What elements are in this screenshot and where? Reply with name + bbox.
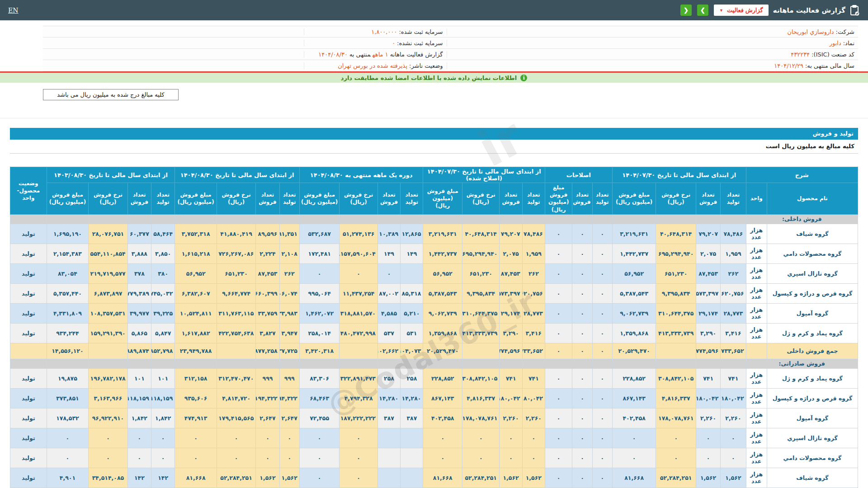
value-cell: ۳۹,۲۲۵	[151, 303, 175, 323]
value-cell: ۹,۳۹۵,۸۳۴	[462, 283, 499, 303]
value-cell: ۲۸,۷۷۳	[721, 303, 746, 323]
value-cell: ۲,۲۶۰	[696, 408, 720, 428]
value-cell: ۰	[127, 448, 151, 468]
section-filler-cell	[217, 214, 255, 224]
value-cell: ۷۳۳,۶۵۲	[522, 343, 545, 359]
unit-header: واحد	[746, 183, 767, 215]
report-type-dropdown[interactable]: گزارش فعالیت ▼	[714, 5, 769, 16]
value-cell: ۱۹۴,۳۲۲	[279, 388, 299, 408]
group-header: دوره یک ماهه منتهی به ۱۴۰۴/۰۸/۳۰	[299, 167, 423, 183]
value-cell: ۰	[545, 408, 572, 428]
section-filler-cell	[545, 214, 572, 224]
section-filler-cell	[340, 359, 377, 368]
section-filler-cell	[612, 359, 656, 368]
amounts-box-wrap: کلیه مبالغ درج شده به میلیون ریال می باش…	[0, 89, 868, 101]
field-label: سرمایه ثبت نشده:	[397, 40, 443, 47]
unregistered-capital-field: سرمایه ثبت نشده:۰	[304, 40, 447, 47]
section-filler-cell	[47, 214, 89, 224]
value-cell: ۳۷۸	[127, 263, 151, 283]
language-switch-link[interactable]: EN	[8, 7, 18, 14]
value-cell: ۶۲۰,۷۵۶	[522, 283, 545, 303]
data-row: گروه محصولات داميهزار عدد۰۰۰۰۰۰۰۰۰۰۰۰۰۰۰…	[10, 448, 858, 468]
value-cell: ۳,۴۲۰,۳۱۸	[299, 343, 340, 359]
value-cell: ۷۳۳,۶۵۲	[721, 343, 746, 359]
next-report-button[interactable]: ❯	[697, 5, 708, 16]
value-cell: ۰	[299, 468, 340, 488]
value-cell: ۰	[279, 448, 299, 468]
value-cell: ۰	[572, 343, 592, 359]
value-cell: ۷۸,۴۸۶	[522, 224, 545, 244]
value-cell: ۱۷۹,۴۱۵,۵۶۵	[217, 408, 255, 428]
value-cell: ۰	[545, 343, 572, 359]
unit-cell: هزار عدد	[746, 388, 767, 408]
value-cell: ۴۲۲,۷۵۴,۶۳۸	[217, 323, 255, 343]
value-cell: ۰	[340, 448, 377, 468]
value-cell: ۵۸,۴۶۴	[151, 224, 175, 244]
column-header: نرخ فروش (ریال)	[340, 183, 377, 215]
value-cell: ۱۸۷,۲۲۲,۲۲۲	[340, 408, 377, 428]
value-cell: ۴,۷۹۴,۳۲۸	[340, 388, 377, 408]
value-cell: ۵۱,۲۷۴,۱۳۶	[340, 224, 377, 244]
section-filler-cell	[462, 214, 499, 224]
value-cell: ۳,۸۵۰	[151, 244, 175, 263]
value-cell: ۷۹,۲۰۷	[500, 224, 522, 244]
product-name-cell: گروه شیاف	[767, 468, 858, 488]
value-cell: ۰	[545, 368, 572, 388]
value-cell: ۸۷,۴۵۳	[696, 263, 720, 283]
section-filler-cell	[721, 359, 746, 368]
value-cell: ۰	[89, 448, 127, 468]
value-cell: ۰	[572, 428, 592, 448]
section-filler-cell	[151, 214, 175, 224]
section-filler-cell	[256, 359, 279, 368]
group-header: از ابتدای سال مالی تا تاریخ ۱۴۰۴/۰۷/۳۰ (…	[423, 167, 545, 183]
data-row: گروه نازال اسپريهزار عدد۰۰۰۰۰۰۰۰۰۰۰۰۰۰۰۰…	[10, 428, 858, 448]
value-cell	[217, 343, 255, 359]
value-cell	[401, 428, 423, 448]
status-cell: تولید	[10, 263, 47, 283]
value-cell: ۵۲,۲۸۴,۲۵۱	[656, 468, 696, 488]
previous-report-button[interactable]: ❮	[680, 5, 692, 16]
value-cell: ۰	[592, 368, 612, 388]
value-cell: ۵۶,۹۵۲	[423, 263, 462, 283]
value-cell: ۰	[175, 428, 217, 448]
value-cell: ۲,۲۶۰	[500, 408, 522, 428]
value-cell: ۷۴۵,۰۳۲	[151, 283, 175, 303]
value-cell: ۷۴۱	[500, 368, 522, 388]
value-cell: ۳,۸۲۷	[256, 323, 279, 343]
value-cell: ۰	[423, 448, 462, 468]
value-cell: ۰	[522, 428, 545, 448]
value-cell: ۰	[721, 428, 746, 448]
unit-cell: هزار عدد	[746, 224, 767, 244]
column-header: نرخ فروش (ریال)	[217, 183, 255, 215]
value-cell: ۴۸۰,۴۷۲,۹۹۸	[340, 323, 377, 343]
value-cell: ۱۹۴,۳۲۲	[256, 388, 279, 408]
value-cell: ۳,۷۵۲,۳۱۸	[175, 224, 217, 244]
info-icon: i	[520, 75, 527, 81]
value-cell: ۰	[340, 468, 377, 488]
value-cell: ۰	[572, 263, 592, 283]
value-cell: ۵۶,۹۵۲	[612, 263, 656, 283]
value-cell: ۰	[151, 428, 175, 448]
value-cell: ۵,۳۵۷,۴۴۰	[47, 283, 89, 303]
value-cell: ۰	[592, 428, 612, 448]
section-filler-cell	[500, 359, 522, 368]
value-cell: ۰	[423, 428, 462, 448]
value-cell: ۰	[545, 468, 572, 488]
value-cell: ۶,۸۷۳,۸۹۷	[89, 283, 127, 303]
section-filler-cell	[89, 359, 127, 368]
value-cell	[89, 343, 127, 359]
value-cell: ۲,۶۴۷	[279, 408, 299, 428]
value-cell: ۰	[47, 448, 89, 468]
section-filler-cell	[279, 214, 299, 224]
value-cell: ۰	[151, 448, 175, 468]
value-cell: ۰	[545, 428, 572, 448]
value-cell: ۰	[545, 448, 572, 468]
value-cell: ۰	[89, 428, 127, 448]
section-filler-cell	[522, 359, 545, 368]
value-cell: ۵۵۴,۱۱۰,۸۵۴	[89, 244, 127, 263]
section-filler-cell	[572, 359, 592, 368]
field-label: سرمایه ثبت شده:	[399, 28, 443, 35]
value-cell: ۱,۳۵۹,۸۶۸	[612, 323, 656, 343]
value-cell: ۱۸۰,۰۴۲	[696, 388, 720, 408]
section-filler-cell	[545, 359, 572, 368]
